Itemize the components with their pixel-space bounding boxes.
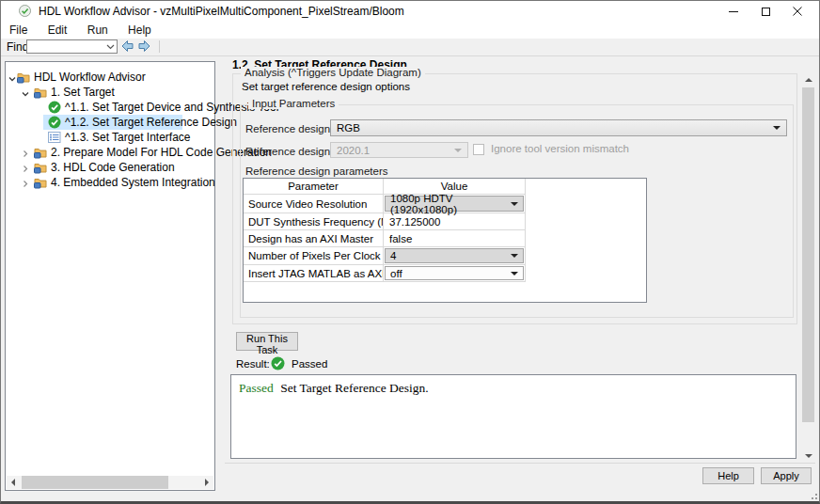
reference-design-label: Reference design: [245, 123, 333, 134]
title-bar: HDL Workflow Advisor - vzMultiPixelMulti… [1, 1, 819, 22]
find-input[interactable] [27, 40, 104, 53]
chevron-expanded-icon[interactable] [21, 87, 30, 97]
chevron-collapsed-icon[interactable] [21, 163, 30, 172]
apply-button[interactable]: Apply [761, 467, 812, 484]
dropdown-value: 1080p HDTV (1920x1080p) [390, 193, 518, 215]
footer-divider [225, 463, 815, 464]
menu-file[interactable]: File [1, 22, 36, 39]
toolbar-separator [159, 40, 160, 53]
reference-design-parameters-label: Reference design parameters [245, 165, 388, 177]
header-parameter: Parameter [244, 179, 384, 194]
minimize-button[interactable] [719, 1, 748, 22]
chevron-collapsed-icon[interactable] [21, 178, 30, 187]
param-dut-synthesis-frequency: DUT Synthesis Frequency (MHz) [244, 213, 384, 229]
tree-item-label: HDL Workflow Advisor [34, 70, 146, 85]
find-dropdown-chevron-icon[interactable] [104, 40, 117, 53]
source-video-resolution-dropdown[interactable]: 1080p HDTV (1920x1080p) [385, 196, 524, 212]
folder-icon [34, 161, 47, 174]
pixels-per-clock-dropdown[interactable]: 4 [385, 248, 524, 263]
tree-item-label: 1. Set Target [51, 85, 115, 100]
scroll-right-button[interactable] [200, 476, 213, 489]
tree-item-set-target-device[interactable]: ^1.1. Set Target Device and Synthesis To… [6, 100, 214, 115]
tree-item-root[interactable]: HDL Workflow Advisor [6, 70, 214, 85]
scroll-left-button[interactable] [7, 476, 20, 489]
param-insert-jtag-matlab-axi-master: Insert JTAG MATLAB as AXI Master(H... [244, 265, 384, 281]
tree-horizontal-scrollbar [7, 476, 213, 489]
find-next-button[interactable] [136, 39, 152, 54]
toolbar-divider [1, 55, 819, 56]
task-description: Set target reference design options [242, 81, 410, 92]
result-message-text: Set Target Reference Design. [280, 381, 429, 395]
tree-item-label: 4. Embedded System Integration [51, 175, 215, 190]
dropdown-value: 4 [390, 250, 396, 261]
menu-run[interactable]: Run [79, 22, 117, 39]
list-task-icon [48, 131, 61, 144]
tree-item-label: 3. HDL Code Generation [51, 160, 175, 175]
table-row: Source Video Resolution 1080p HDTV (1920… [244, 195, 526, 213]
ignore-version-mismatch-label: Ignore tool version mismatch [491, 143, 629, 154]
menu-help[interactable]: Help [119, 22, 160, 39]
tree-item-embedded-system-integration[interactable]: 4. Embedded System Integration [6, 175, 214, 190]
dropdown-arrow-icon [773, 126, 781, 130]
maximize-button[interactable] [751, 1, 780, 22]
chevron-collapsed-icon[interactable] [21, 148, 30, 157]
scroll-down-button[interactable] [801, 449, 815, 464]
result-status-text: Passed [292, 358, 327, 370]
dropdown-arrow-icon [511, 202, 518, 206]
tree-item-set-target[interactable]: 1. Set Target [6, 85, 214, 100]
arrow-right-icon [136, 39, 152, 54]
help-button[interactable]: Help [702, 467, 754, 484]
chevron-expanded-icon[interactable] [8, 72, 17, 82]
table-row: DUT Synthesis Frequency (MHz) 37.125000 [244, 213, 526, 230]
insert-jtag-axi-master-dropdown[interactable]: off [385, 266, 524, 280]
workflow-tree: HDL Workflow Advisor 1. Set Target ^1.1.… [5, 61, 215, 491]
result-message-box: Passed Set Target Reference Design. [230, 374, 796, 459]
tree-item-label: ^1.2. Set Target Reference Design [65, 115, 237, 130]
folder-icon [34, 176, 47, 189]
table-row: Insert JTAG MATLAB as AXI Master(H... of… [244, 265, 526, 282]
menu-edit[interactable]: Edit [39, 22, 76, 39]
design-has-axi-master-value[interactable]: false [384, 230, 526, 246]
param-design-has-axi-master: Design has an AXI Master [244, 230, 384, 246]
horizontal-scrollbar-thumb[interactable] [22, 476, 168, 489]
dut-synthesis-frequency-value[interactable]: 37.125000 [384, 213, 526, 229]
scroll-up-button[interactable] [801, 72, 815, 87]
analysis-group-label: Analysis (^Triggers Update Diagram) [241, 67, 425, 78]
hdl-workflow-advisor-window: HDL Workflow Advisor - vzMultiPixelMulti… [0, 0, 820, 504]
menu-bar: File Edit Run Help [1, 22, 819, 39]
folder-icon [34, 146, 47, 159]
close-icon [793, 7, 802, 16]
tool-version-value: 2020.1 [337, 145, 370, 156]
panel-vertical-scrollbar [801, 72, 815, 464]
result-label: Result: [236, 358, 270, 370]
check-passed-icon [48, 116, 61, 129]
param-number-of-pixels-per-clock: Number of Pixels Per Clock [244, 247, 384, 264]
find-combobox [26, 39, 118, 54]
run-this-task-button[interactable]: Run This Task [236, 332, 298, 351]
ignore-version-mismatch-checkbox [473, 144, 484, 155]
param-source-video-resolution: Source Video Resolution [244, 195, 384, 213]
tree-item-set-target-interface[interactable]: ^1.3. Set Target Interface [6, 130, 214, 145]
result-message-status: Passed [239, 381, 274, 395]
arrow-left-icon [119, 39, 135, 54]
input-parameters-label: Input Parameters [248, 98, 339, 109]
table-row: Number of Pixels Per Clock 4 [244, 247, 526, 265]
tree-item-hdl-code-generation[interactable]: 3. HDL Code Generation [6, 160, 214, 175]
folder-icon [17, 71, 30, 84]
reference-design-dropdown[interactable]: RGB [330, 119, 787, 136]
vertical-scrollbar-thumb[interactable] [802, 87, 814, 422]
dropdown-value: off [390, 268, 402, 279]
result-passed-icon [271, 356, 285, 370]
close-button[interactable] [783, 1, 812, 22]
folder-icon [34, 86, 47, 99]
tree-item-prepare-model[interactable]: 2. Prepare Model For HDL Code Generation [6, 145, 214, 160]
find-toolbar: Find: [1, 39, 819, 55]
dropdown-arrow-icon [454, 149, 462, 152]
check-passed-icon [48, 101, 61, 114]
find-previous-button[interactable] [119, 39, 135, 54]
window-title: HDL Workflow Advisor - vzMultiPixelMulti… [39, 1, 404, 22]
window-resize-grip[interactable] [808, 490, 817, 499]
dropdown-arrow-icon [511, 272, 518, 276]
tree-item-set-target-reference-design[interactable]: ^1.2. Set Target Reference Design [6, 115, 214, 130]
tree-item-label: ^1.3. Set Target Interface [65, 130, 191, 145]
